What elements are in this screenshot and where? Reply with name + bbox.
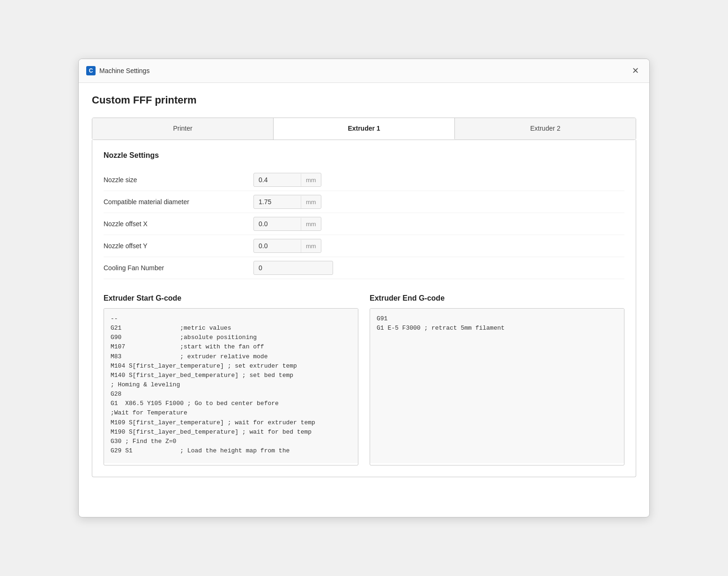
nozzle-size-input-wrap: mm <box>253 173 321 187</box>
nozzle-offset-y-input-wrap: mm <box>253 239 321 253</box>
extruder-end-gcode-block: Extruder End G-code G91 G1 E-5 F3000 ; r… <box>370 294 624 465</box>
material-diameter-label: Compatible material diameter <box>104 198 253 206</box>
app-icon: C <box>86 66 96 75</box>
tab-printer[interactable]: Printer <box>92 118 274 140</box>
title-bar: C Machine Settings ✕ <box>79 59 649 83</box>
extruder-end-gcode-textarea[interactable]: G91 G1 E-5 F3000 ; retract 5mm filament <box>370 309 624 463</box>
tab-extruder2[interactable]: Extruder 2 <box>455 118 636 140</box>
tab-extruder1[interactable]: Extruder 1 <box>274 118 455 140</box>
nozzle-size-input[interactable] <box>254 173 301 186</box>
nozzle-offset-y-label: Nozzle offset Y <box>104 242 253 250</box>
nozzle-offset-x-unit: mm <box>301 218 321 230</box>
nozzle-offset-y-unit: mm <box>301 240 321 252</box>
setting-row-nozzle-size: Nozzle size mm <box>104 169 624 191</box>
material-diameter-input[interactable] <box>254 195 301 208</box>
extruder-end-gcode-title: Extruder End G-code <box>370 294 624 303</box>
extruder-start-gcode-textarea[interactable]: -- G21 ;metric values G90 ;absolute posi… <box>104 309 358 463</box>
material-diameter-input-wrap: mm <box>253 195 321 209</box>
setting-row-cooling-fan: Cooling Fan Number <box>104 257 624 279</box>
cooling-fan-input[interactable] <box>253 261 333 275</box>
nozzle-offset-y-input[interactable] <box>254 239 301 252</box>
nozzle-size-label: Nozzle size <box>104 176 253 184</box>
gcode-section: Extruder Start G-code -- G21 ;metric val… <box>104 294 624 465</box>
setting-row-nozzle-offset-x: Nozzle offset X mm <box>104 213 624 235</box>
close-button[interactable]: ✕ <box>629 65 642 77</box>
cooling-fan-label: Cooling Fan Number <box>104 264 253 272</box>
nozzle-offset-x-input-wrap: mm <box>253 217 321 231</box>
extruder-start-gcode-block: Extruder Start G-code -- G21 ;metric val… <box>104 294 358 465</box>
setting-row-material-diameter: Compatible material diameter mm <box>104 191 624 213</box>
nozzle-settings-title: Nozzle Settings <box>104 151 624 160</box>
nozzle-offset-x-label: Nozzle offset X <box>104 220 253 228</box>
nozzle-settings-grid: Nozzle size mm Compatible material diame… <box>104 169 624 279</box>
main-content: Custom FFF printerm Printer Extruder 1 E… <box>79 83 649 517</box>
nozzle-offset-x-input[interactable] <box>254 217 301 230</box>
nozzle-size-unit: mm <box>301 174 321 186</box>
extruder-start-gcode-wrap: -- G21 ;metric values G90 ;absolute posi… <box>104 308 358 465</box>
setting-row-nozzle-offset-y: Nozzle offset Y mm <box>104 235 624 257</box>
window-title: Machine Settings <box>99 67 149 74</box>
machine-settings-window: C Machine Settings ✕ Custom FFF printerm… <box>78 59 650 517</box>
extruder-end-gcode-wrap: G91 G1 E-5 F3000 ; retract 5mm filament <box>370 308 624 465</box>
tab-panel-extruder1: Nozzle Settings Nozzle size mm Compatibl… <box>92 140 636 477</box>
title-bar-left: C Machine Settings <box>86 66 149 75</box>
app-icon-letter: C <box>89 67 93 74</box>
page-title: Custom FFF printerm <box>92 94 636 106</box>
tab-bar: Printer Extruder 1 Extruder 2 <box>92 118 636 140</box>
material-diameter-unit: mm <box>301 196 321 208</box>
extruder-start-gcode-title: Extruder Start G-code <box>104 294 358 303</box>
